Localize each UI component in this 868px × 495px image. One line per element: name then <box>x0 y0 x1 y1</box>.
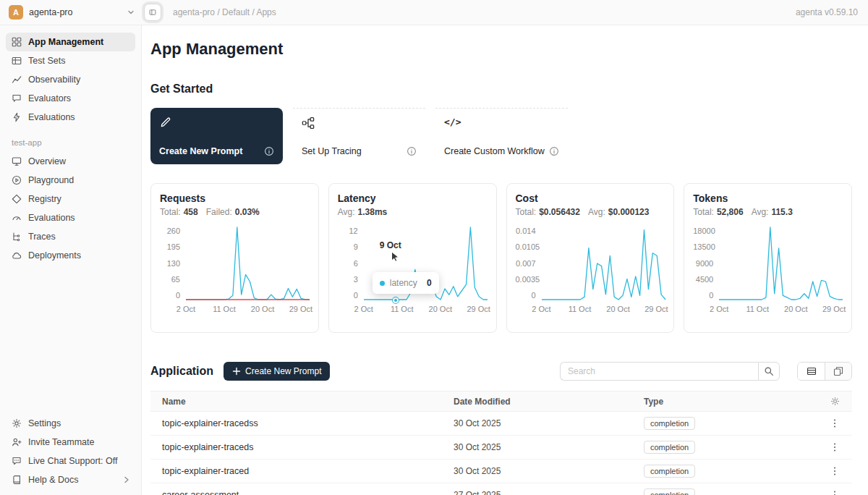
date-modified: 30 Oct 2025 <box>442 418 632 428</box>
breadcrumb[interactable]: agenta-pro / Default / Apps <box>173 7 276 17</box>
table-icon <box>12 56 22 66</box>
play-circle-icon <box>12 175 22 185</box>
application-header: Application Create New Prompt <box>150 362 852 381</box>
app-name: topic-explainer-traced <box>150 466 442 476</box>
sidebar-item-live-chat-support[interactable]: Live Chat Support: Off <box>6 452 135 470</box>
table-view-icon <box>807 366 817 376</box>
sidebar-item-label: Deployments <box>28 250 81 261</box>
chart-title: Latency <box>338 192 488 204</box>
search-input[interactable] <box>560 362 758 381</box>
y-axis-labels: 129630 <box>338 227 364 300</box>
monitor-icon <box>12 156 22 166</box>
info-icon[interactable] <box>407 146 417 156</box>
date-modified: 27 Oct 2025 <box>442 490 632 495</box>
sidebar-item-help-docs[interactable]: Help & Docs <box>6 470 135 489</box>
sidebar-item-evaluations[interactable]: Evaluations <box>6 108 135 127</box>
cost-line-chart <box>542 227 665 300</box>
sidebar-item-registry[interactable]: Registry <box>6 190 135 208</box>
chat-bubble-icon <box>12 93 22 103</box>
type-badge: completion <box>644 465 695 478</box>
set-up-tracing-card[interactable]: Set Up Tracing <box>293 108 425 164</box>
table-row[interactable]: topic-explainer-traced 30 Oct 2025 compl… <box>150 460 852 483</box>
table-view-button[interactable] <box>798 363 825 380</box>
column-header-date-modified[interactable]: Date Modified <box>442 397 632 407</box>
sidebar-item-test-sets[interactable]: Test Sets <box>6 51 135 70</box>
x-axis-labels: 2 Oct11 Oct20 Oct29 Oct <box>719 305 843 315</box>
row-menu-icon[interactable] <box>829 441 841 454</box>
app-name: topic-explainer-tracedss <box>150 418 442 428</box>
get-started-heading: Get Started <box>150 82 852 96</box>
sidebar-toggle-button[interactable] <box>144 4 161 21</box>
search-button[interactable] <box>758 362 780 381</box>
sidebar-item-label: App Management <box>28 37 103 47</box>
application-heading: Application <box>150 365 213 378</box>
row-menu-icon[interactable] <box>829 488 841 495</box>
info-icon[interactable] <box>264 146 274 156</box>
code-icon: </> <box>444 117 559 127</box>
application-controls <box>560 362 852 381</box>
app-version: agenta v0.59.10 <box>796 7 858 17</box>
get-started-cards: Create New Prompt Set Up Tracing </> Cre… <box>150 108 852 164</box>
column-header-type[interactable]: Type <box>632 397 817 407</box>
create-new-prompt-button[interactable]: Create New Prompt <box>224 362 330 381</box>
chevron-down-icon <box>127 9 135 16</box>
sidebar-item-traces[interactable]: Traces <box>6 227 135 246</box>
user-plus-icon <box>12 437 22 447</box>
sidebar-item-playground[interactable]: Playground <box>6 171 135 190</box>
app-type: completion <box>632 465 817 478</box>
sidebar-item-label: Help & Docs <box>28 475 78 485</box>
sidebar-bottom-group: Settings Invite Teammate Live Chat Suppo… <box>6 414 135 489</box>
applications-table: Name Date Modified Type topic-explainer-… <box>150 391 852 495</box>
sidebar-item-evaluators[interactable]: Evaluators <box>6 89 135 108</box>
create-new-prompt-card[interactable]: Create New Prompt <box>150 108 283 164</box>
sidebar-item-app-evaluations[interactable]: Evaluations <box>6 208 135 227</box>
create-custom-workflow-card[interactable]: </> Create Custom Workflow <box>435 108 568 164</box>
sidebar-item-settings[interactable]: Settings <box>6 414 135 433</box>
app-type: completion <box>632 441 817 454</box>
sidebar-item-label: Evaluations <box>28 213 75 223</box>
row-menu-icon[interactable] <box>829 465 841 478</box>
main-content: App Management Get Started Create New Pr… <box>142 26 868 495</box>
metrics-charts: Requests Total:458 Failed:0.03% 26019513… <box>150 183 852 333</box>
type-badge: completion <box>644 488 695 495</box>
workspace-name: agenta-pro <box>29 7 122 17</box>
sidebar-item-observability[interactable]: Observability <box>6 70 135 89</box>
info-icon[interactable] <box>549 146 559 156</box>
sidebar-item-label: Evaluators <box>28 93 71 103</box>
table-row[interactable]: topic-explainer-traceds 30 Oct 2025 comp… <box>150 436 852 460</box>
row-menu-icon[interactable] <box>829 417 841 430</box>
gauge-icon <box>12 213 22 223</box>
cost-chart-card: Cost Total:$0.056432 Avg:$0.000123 0.014… <box>506 183 675 333</box>
date-modified: 30 Oct 2025 <box>442 466 632 476</box>
column-header-name[interactable]: Name <box>150 397 442 407</box>
sidebar-item-invite-teammate[interactable]: Invite Teammate <box>6 433 135 452</box>
search-icon <box>764 366 774 376</box>
table-row[interactable]: career-assessment 27 Oct 2025 completion <box>150 483 852 495</box>
sidebar-item-deployments[interactable]: Deployments <box>6 246 135 265</box>
sidebar-item-overview[interactable]: Overview <box>6 152 135 171</box>
sidebar-item-label: Overview <box>28 156 66 166</box>
app-name: career-assessment <box>150 490 442 495</box>
card-label: Set Up Tracing <box>302 146 362 156</box>
table-row[interactable]: topic-explainer-tracedss 30 Oct 2025 com… <box>150 412 852 436</box>
tooltip-date: 9 Oct <box>380 240 401 250</box>
plus-icon <box>232 367 241 376</box>
chart-title: Requests <box>160 192 310 204</box>
workspace-selector[interactable]: A agenta-pro <box>0 5 142 20</box>
sidebar-item-label: Playground <box>28 175 74 185</box>
column-settings-icon[interactable] <box>830 397 840 406</box>
workspace-avatar: A <box>9 5 23 20</box>
sidebar-item-label: Settings <box>28 418 61 428</box>
type-badge: completion <box>644 417 695 430</box>
app-name: topic-explainer-traceds <box>150 442 442 452</box>
sidebar-item-label: Test Sets <box>28 56 65 66</box>
sidebar-item-label: Observability <box>28 75 80 85</box>
card-view-button[interactable] <box>825 363 851 380</box>
sidebar-item-label: Traces <box>28 232 56 242</box>
tokens-line-chart <box>719 227 843 300</box>
lightning-icon <box>12 112 22 122</box>
sidebar: App Management Test Sets Observability E… <box>0 25 142 495</box>
sidebar-item-label: Registry <box>28 194 61 204</box>
y-axis-labels: 0.0140.01050.0070.00350 <box>516 227 542 300</box>
sidebar-item-app-management[interactable]: App Management <box>6 33 135 51</box>
